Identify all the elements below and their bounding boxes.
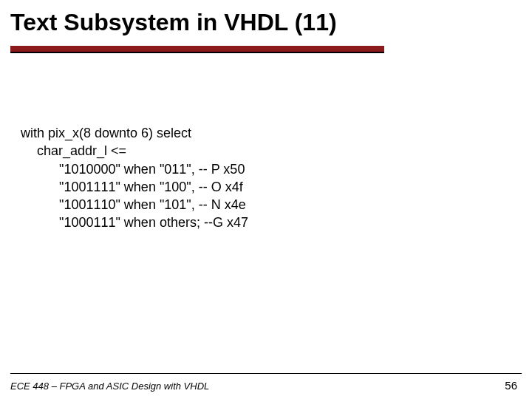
code-line: "1001111" when "100", -- O x4f: [21, 178, 248, 196]
code-line: char_addr_l <=: [21, 142, 248, 160]
slide-title: Text Subsystem in VHDL (11): [0, 0, 532, 36]
code-line: "1010000" when "011", -- P x50: [21, 160, 248, 178]
code-line: with pix_x(8 downto 6) select: [21, 124, 248, 142]
page-number: 56: [505, 379, 517, 392]
slide: Text Subsystem in VHDL (11) with pix_x(8…: [0, 0, 532, 399]
footer-rule: [10, 373, 522, 374]
code-block: with pix_x(8 downto 6) select char_addr_…: [21, 124, 248, 232]
footer-text: ECE 448 – FPGA and ASIC Design with VHDL: [10, 381, 209, 392]
code-line: "1000111" when others; --G x47: [21, 214, 248, 231]
code-line: "1001110" when "101", -- N x4e: [21, 196, 248, 214]
title-underline-red: [10, 46, 384, 52]
title-underline-black: [10, 52, 384, 53]
